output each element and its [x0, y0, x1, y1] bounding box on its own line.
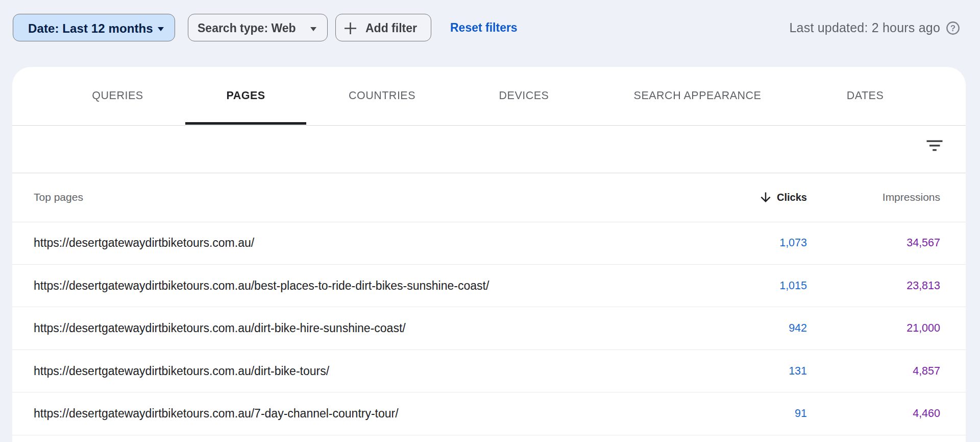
- svg-text:?: ?: [950, 24, 955, 33]
